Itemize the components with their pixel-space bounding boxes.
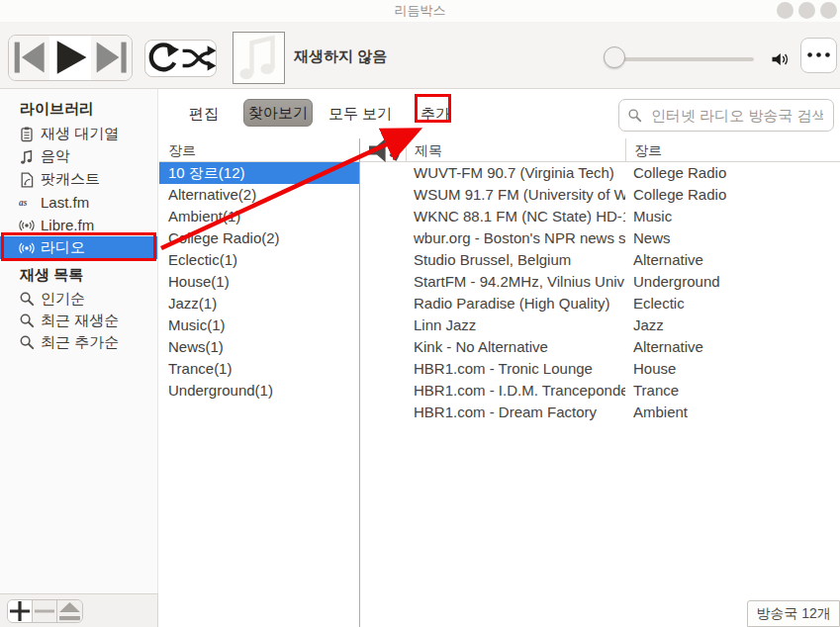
next-button[interactable]: [91, 36, 132, 80]
sidebar-item-label: 최근 재생순: [41, 312, 119, 330]
station-row[interactable]: WKNC 88.1 FM (NC State) HD-1 Music: [360, 206, 840, 227]
search-icon: [19, 334, 35, 350]
eject-icon: [57, 601, 82, 622]
browse-toggle-button[interactable]: 찾아보기: [243, 99, 313, 127]
station-genre: Trance: [625, 380, 840, 402]
search-icon: [627, 108, 642, 123]
previous-button[interactable]: [9, 36, 49, 80]
station-row[interactable]: Studio Brussel, Belgium Alternative: [360, 249, 840, 271]
play-button[interactable]: [49, 36, 90, 80]
station-genre: Ambient: [625, 402, 840, 423]
station-row[interactable]: wbur.org - Boston's NPR news s… News: [360, 227, 840, 249]
playing-column-header[interactable]: [360, 138, 406, 161]
lastfm-icon: as: [19, 195, 35, 211]
sidebar-item-popular[interactable]: 인기순: [0, 288, 157, 310]
station-row[interactable]: HBR1.com - Dream Factory Ambient: [360, 402, 840, 423]
station-row[interactable]: HBR1.com - Tronic Lounge House: [360, 358, 840, 380]
volume-button[interactable]: [765, 45, 796, 73]
station-title: Studio Brussel, Belgium: [406, 249, 625, 271]
next-icon: [91, 40, 132, 75]
menu-button[interactable]: [800, 38, 837, 73]
sidebar-item-label: Libre.fm: [41, 217, 94, 233]
station-row[interactable]: WSUM 91.7 FM (University of Wi… College …: [360, 184, 840, 206]
genre-row[interactable]: 10 장르(12): [159, 162, 359, 184]
station-genre: Jazz: [625, 314, 840, 336]
title-column-header[interactable]: 제목: [406, 138, 625, 161]
genre-row[interactable]: House(1): [159, 271, 359, 293]
genre-row[interactable]: Underground(1): [159, 380, 359, 402]
sidebar-item-label: 음악: [41, 147, 70, 166]
window-button-close[interactable]: [820, 2, 837, 19]
music-note-icon: [233, 33, 284, 83]
sidebar-item-recently-played[interactable]: 최근 재생순: [0, 310, 157, 331]
genre-row[interactable]: Alternative(2): [159, 184, 359, 206]
station-genre: House: [625, 358, 840, 380]
station-title: HBR1.com - Tronic Lounge: [406, 358, 625, 380]
library-section-header: 라이브러리: [0, 97, 157, 120]
sidebar-item-label: 팟캐스트: [41, 170, 100, 189]
station-title: WKNC 88.1 FM (NC State) HD-1: [406, 206, 625, 227]
album-art-placeholder: [233, 32, 285, 84]
sidebar-item-queue[interactable]: 재생 대기열: [0, 123, 157, 145]
plus-icon: [8, 599, 32, 623]
playlists-list: 인기순 최근 재생순 최근 추가순: [0, 288, 157, 353]
eject-button[interactable]: [57, 600, 82, 622]
remove-playlist-button[interactable]: [33, 600, 57, 622]
station-genre: Underground: [625, 271, 840, 293]
genre-column-header[interactable]: 장르: [625, 138, 840, 161]
sidebar-item-recently-added[interactable]: 최근 추가순: [0, 331, 157, 353]
station-genre: News: [625, 227, 840, 249]
genre-row[interactable]: Trance(1): [159, 358, 359, 380]
shuffle-button[interactable]: [181, 45, 217, 71]
station-title: Kink - No Alternative: [406, 336, 625, 358]
repeat-button[interactable]: [145, 43, 181, 74]
genre-row[interactable]: College Radio(2): [159, 227, 359, 249]
shuffle-icon: [181, 45, 217, 71]
sidebar-item-label: 인기순: [41, 290, 85, 309]
sidebar-item-label: 최근 추가순: [41, 333, 119, 352]
window-button-minimize[interactable]: [777, 2, 793, 19]
search-input[interactable]: [649, 106, 825, 125]
window-controls: [777, 2, 837, 19]
add-playlist-button[interactable]: [8, 600, 33, 622]
playlists-section-header: 재생 목록: [0, 263, 157, 286]
genre-row[interactable]: News(1): [159, 336, 359, 358]
sidebar-item-label: Last.fm: [41, 194, 89, 211]
station-row[interactable]: Kink - No Alternative Alternative: [360, 336, 840, 358]
station-title: WUVT-FM 90.7 (Virginia Tech): [406, 162, 625, 184]
genre-row[interactable]: Music(1): [159, 314, 359, 336]
genre-list: 10 장르(12) Alternative(2) Ambient(1) Coll…: [159, 162, 359, 402]
minus-icon: [33, 599, 56, 623]
station-list: 제목 장르 WUVT-FM 90.7 (Virginia Tech) Colle…: [360, 138, 840, 627]
edit-button[interactable]: 편집: [186, 102, 222, 126]
station-row[interactable]: WUVT-FM 90.7 (Virginia Tech) College Rad…: [360, 162, 840, 184]
sidebar-item-music[interactable]: 음악: [0, 145, 157, 168]
sidebar-item-lastfm[interactable]: as Last.fm: [0, 191, 157, 214]
previous-icon: [9, 40, 49, 75]
station-row[interactable]: Radio Paradise (High Quality) Eclectic: [360, 293, 840, 314]
genre-row[interactable]: Ambient(1): [159, 206, 359, 227]
sidebar-item-librefm[interactable]: Libre.fm: [0, 214, 157, 236]
titlebar[interactable]: 리듬박스: [0, 0, 840, 22]
broadcast-icon: [19, 240, 35, 256]
window-button-maximize[interactable]: [798, 2, 815, 19]
station-row[interactable]: Linn Jazz Jazz: [360, 314, 840, 336]
seek-slider[interactable]: [607, 57, 754, 61]
queue-icon: [19, 127, 35, 142]
genre-row[interactable]: Jazz(1): [159, 293, 359, 314]
station-title: Linn Jazz: [406, 314, 625, 336]
svg-text:as: as: [19, 197, 28, 207]
station-genre: Music: [625, 206, 840, 227]
genre-row[interactable]: Eclectic(1): [159, 249, 359, 271]
add-station-button[interactable]: 추가: [418, 102, 453, 126]
sidebar-item-radio[interactable]: 라디오: [0, 236, 157, 259]
seek-slider-handle[interactable]: [604, 46, 625, 68]
sidebar-item-podcasts[interactable]: 팟캐스트: [0, 168, 157, 191]
genre-column-header[interactable]: 장르: [159, 138, 359, 162]
playback-button-group: [8, 35, 133, 81]
station-row[interactable]: StartFM - 94.2MHz, Vilnius Univ… Undergr…: [360, 271, 840, 293]
search-box[interactable]: [618, 99, 834, 132]
view-all-button[interactable]: 모두 보기: [327, 102, 394, 126]
station-genre: Alternative: [625, 249, 840, 271]
station-row[interactable]: HBR1.com - I.D.M. Tranceponder Trance: [360, 380, 840, 402]
